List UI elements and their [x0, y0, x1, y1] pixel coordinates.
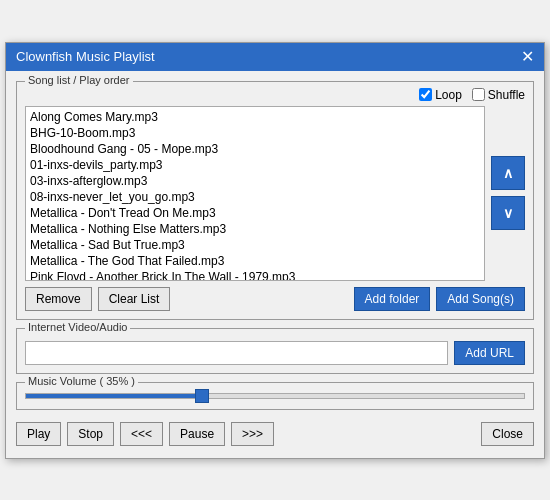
list-item[interactable]: Along Comes Mary.mp3 [28, 109, 482, 125]
playlist-list[interactable]: Along Comes Mary.mp3BHG-10-Boom.mp3Blood… [25, 106, 485, 281]
loop-checkbox[interactable] [419, 88, 432, 101]
window-title: Clownfish Music Playlist [16, 49, 155, 64]
add-songs-button[interactable]: Add Song(s) [436, 287, 525, 311]
stop-button[interactable]: Stop [67, 422, 114, 446]
list-item[interactable]: 01-inxs-devils_party.mp3 [28, 157, 482, 173]
pause-button[interactable]: Pause [169, 422, 225, 446]
next-button[interactable]: >>> [231, 422, 274, 446]
move-down-button[interactable]: ∨ [491, 196, 525, 230]
volume-group: Music Volume ( 35% ) [16, 382, 534, 410]
loop-label: Loop [435, 88, 462, 102]
volume-label: Music Volume ( 35% ) [25, 375, 138, 387]
title-bar: Clownfish Music Playlist ✕ [6, 43, 544, 71]
remove-button[interactable]: Remove [25, 287, 92, 311]
playlist-area: Along Comes Mary.mp3BHG-10-Boom.mp3Blood… [25, 106, 525, 281]
window-close-button[interactable]: ✕ [521, 49, 534, 65]
list-item[interactable]: Metallica - Don't Tread On Me.mp3 [28, 205, 482, 221]
list-item[interactable]: Metallica - Nothing Else Matters.mp3 [28, 221, 482, 237]
prev-button[interactable]: <<< [120, 422, 163, 446]
move-up-button[interactable]: ∧ [491, 156, 525, 190]
song-list-group: Song list / Play order Loop Shuffle Alon… [16, 81, 534, 320]
url-input[interactable] [25, 341, 448, 365]
bottom-bar: Play Stop <<< Pause >>> Close [16, 418, 534, 448]
list-item[interactable]: 03-inxs-afterglow.mp3 [28, 173, 482, 189]
internet-group-label: Internet Video/Audio [25, 321, 130, 333]
window-body: Song list / Play order Loop Shuffle Alon… [6, 71, 544, 458]
shuffle-checkbox[interactable] [472, 88, 485, 101]
play-button[interactable]: Play [16, 422, 61, 446]
volume-slider[interactable] [25, 393, 525, 399]
action-row: Remove Clear List Add folder Add Song(s) [25, 287, 525, 311]
add-folder-button[interactable]: Add folder [354, 287, 431, 311]
add-url-button[interactable]: Add URL [454, 341, 525, 365]
loop-checkbox-item: Loop [419, 88, 462, 102]
list-item[interactable]: BHG-10-Boom.mp3 [28, 125, 482, 141]
internet-group: Internet Video/Audio Add URL [16, 328, 534, 374]
list-item[interactable]: Metallica - Sad But True.mp3 [28, 237, 482, 253]
slider-container [25, 393, 525, 399]
list-item[interactable]: 08-inxs-never_let_you_go.mp3 [28, 189, 482, 205]
url-row: Add URL [25, 341, 525, 365]
list-item[interactable]: Bloodhound Gang - 05 - Mope.mp3 [28, 141, 482, 157]
main-window: Clownfish Music Playlist ✕ Song list / P… [5, 42, 545, 459]
nav-buttons: ∧ ∨ [491, 106, 525, 281]
list-item[interactable]: Metallica - The God That Failed.mp3 [28, 253, 482, 269]
close-button[interactable]: Close [481, 422, 534, 446]
shuffle-checkbox-item: Shuffle [472, 88, 525, 102]
list-item[interactable]: Pink Floyd - Another Brick In The Wall -… [28, 269, 482, 281]
shuffle-label: Shuffle [488, 88, 525, 102]
clear-list-button[interactable]: Clear List [98, 287, 171, 311]
song-list-group-label: Song list / Play order [25, 74, 133, 86]
checkbox-row: Loop Shuffle [25, 88, 525, 102]
